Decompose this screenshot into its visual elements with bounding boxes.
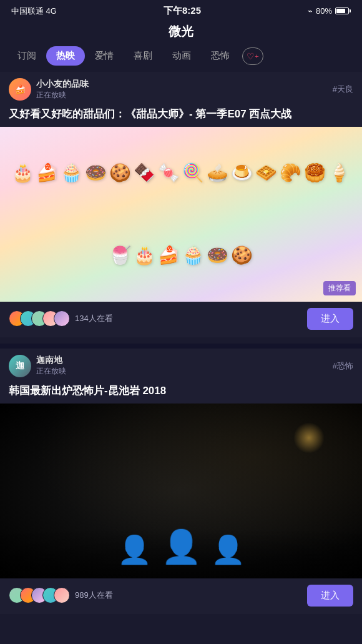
status-1: 正在放映 xyxy=(36,90,89,101)
category-tabs: 订阅 热映 爱情 喜剧 动画 恐怖 ♡+ xyxy=(0,46,362,72)
dessert-icon-13: 🥮 xyxy=(304,162,326,183)
tab-favorites-button[interactable]: ♡+ xyxy=(242,47,263,65)
viewer-avatar-10 xyxy=(54,587,70,603)
enter-button-2[interactable]: 进入 xyxy=(307,585,353,607)
avatars-group-2 xyxy=(9,587,70,603)
horror-figure-1: 👤 xyxy=(117,533,152,566)
dessert-icon-14: 🍦 xyxy=(328,162,350,183)
status-2: 正在放映 xyxy=(36,366,66,377)
tag-2: #恐怖 xyxy=(333,360,353,372)
carrier-signal: 中国联通 4G xyxy=(11,6,57,17)
battery-percent: 80% xyxy=(316,6,332,16)
avatar-1: 🍰 xyxy=(9,78,31,101)
card-horror: 迦 迦南地 正在放映 #恐怖 韩国最新出炉恐怖片-昆池岩 2018 👤 👤 👤 xyxy=(0,349,362,614)
time-display: 下午8:25 xyxy=(164,5,201,17)
horror-figure-2: 👤 xyxy=(161,528,202,566)
content-area: 🍰 小小友的品味 正在放映 #天良 又好看又好吃的甜品们：《甜品大师》- 第一季… xyxy=(0,72,362,614)
dessert-icon-6: 🍫 xyxy=(134,162,155,183)
dessert-icon-15: 🍧 xyxy=(109,245,131,265)
viewer-info-1: 134人在看 xyxy=(9,310,113,327)
battery-icon xyxy=(335,7,351,14)
tag-1: #天良 xyxy=(333,84,353,95)
dessert-icon-17: 🍰 xyxy=(158,245,180,265)
dessert-icon-20: 🍪 xyxy=(231,245,253,265)
tab-comedy[interactable]: 喜剧 xyxy=(124,46,162,66)
dessert-icon-18: 🧁 xyxy=(182,245,204,265)
horror-scene: 👤 👤 👤 xyxy=(0,404,362,578)
dessert-icon-11: 🧇 xyxy=(255,162,277,183)
tab-romance[interactable]: 爱情 xyxy=(85,46,124,66)
dessert-icon-19: 🍩 xyxy=(207,245,228,265)
dessert-icon-8: 🍭 xyxy=(182,162,204,183)
card-header-2: 迦 迦南地 正在放映 #恐怖 xyxy=(0,349,362,381)
viewer-count-1: 134人在看 xyxy=(75,313,113,324)
dessert-icon-16: 🎂 xyxy=(134,245,155,265)
username-1: 小小友的品味 xyxy=(36,79,89,90)
enter-button-1[interactable]: 进入 xyxy=(307,308,353,330)
dessert-icon-5: 🍪 xyxy=(109,162,131,183)
dessert-icon-7: 🍬 xyxy=(158,162,180,183)
card-title-2: 韩国最新出炉恐怖片-昆池岩 2018 xyxy=(0,381,362,404)
dessert-icon-3: 🧁 xyxy=(61,162,82,183)
divider-1 xyxy=(0,344,362,349)
status-right: ⌁ 80% xyxy=(308,6,351,16)
dessert-icon-10: 🍮 xyxy=(231,162,253,183)
card-footer-1: 134人在看 进入 xyxy=(0,302,362,337)
horror-figures: 👤 👤 👤 xyxy=(117,528,245,578)
tab-hot[interactable]: 热映 xyxy=(46,46,85,66)
dessert-icon-9: 🥧 xyxy=(207,162,228,183)
viewer-count-2: 989人在看 xyxy=(75,590,113,601)
viewer-info-2: 989人在看 xyxy=(9,587,113,603)
horror-flashlight xyxy=(293,422,325,453)
card-image-horror[interactable]: 👤 👤 👤 xyxy=(0,404,362,578)
card-footer-2: 989人在看 进入 xyxy=(0,578,362,614)
tab-subscribe[interactable]: 订阅 xyxy=(7,46,46,66)
app-title: 微光 xyxy=(0,19,362,46)
dessert-icon-1: 🎂 xyxy=(12,162,34,183)
card-header-1: 🍰 小小友的品味 正在放映 #天良 xyxy=(0,72,362,104)
card-dessert: 🍰 小小友的品味 正在放映 #天良 又好看又好吃的甜品们：《甜品大师》- 第一季… xyxy=(0,72,362,337)
tab-animation[interactable]: 动画 xyxy=(162,46,201,66)
card-title-1: 又好看又好吃的甜品们：《甜品大师》- 第一季E07 西点大战 xyxy=(0,104,362,127)
bluetooth-icon: ⌁ xyxy=(308,6,313,16)
horror-figure-3: 👤 xyxy=(211,533,245,566)
recommend-badge: 推荐看 xyxy=(323,281,356,295)
avatar-2: 迦 xyxy=(9,355,31,377)
dessert-icon-4: 🍩 xyxy=(85,162,107,183)
tab-horror[interactable]: 恐怖 xyxy=(201,46,240,66)
dessert-icon-2: 🍰 xyxy=(36,162,58,183)
dessert-icon-12: 🥐 xyxy=(280,162,301,183)
card-image-dessert[interactable]: 🎂 🍰 🧁 🍩 🍪 🍫 🍬 🍭 🥧 🍮 🧇 🥐 🥮 🍦 🍧 🎂 🍰 🧁 🍩 🍪 … xyxy=(0,127,362,302)
viewer-avatar-5 xyxy=(54,310,70,327)
username-2: 迦南地 xyxy=(36,355,66,366)
avatars-group-1 xyxy=(9,310,70,327)
status-bar: 中国联通 4G 下午8:25 ⌁ 80% xyxy=(0,0,362,19)
